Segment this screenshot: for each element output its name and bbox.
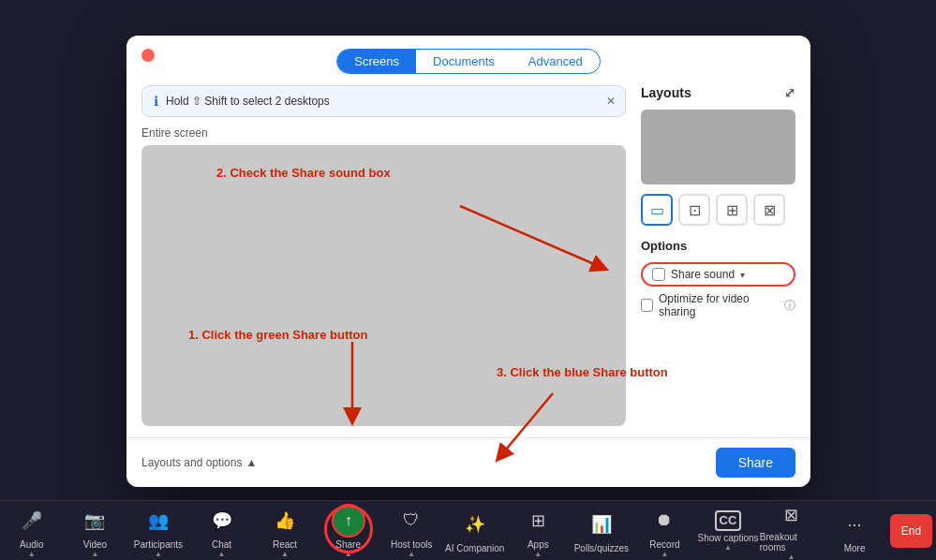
layout-speaker[interactable]: ⊠	[753, 194, 785, 226]
toolbar-label-audio: Audio	[20, 539, 44, 550]
layouts-options-link[interactable]: Layouts and options ▲	[141, 456, 257, 469]
toolbar-label-hosttools: Host tools	[391, 539, 432, 550]
toolbar-item-record[interactable]: ⏺ Record ▲	[633, 501, 697, 561]
tab-screens[interactable]: Screens	[337, 50, 416, 73]
share-modal: Screens Documents Advanced ℹ Hold ⇧ Shif…	[126, 36, 810, 487]
toolbar-item-more[interactable]: ··· More	[823, 501, 886, 561]
layout-preview	[641, 110, 795, 184]
toolbar-label-chat: Chat	[212, 539, 231, 550]
chat-icon: 💬	[205, 504, 239, 538]
toolbar-item-hosttools[interactable]: 🛡 Host tools ▲	[379, 501, 443, 561]
toolbar-item-apps[interactable]: ⊞ Apps ▲	[507, 501, 571, 561]
screen-label: Entire screen	[141, 126, 626, 140]
tab-advanced[interactable]: Advanced	[512, 50, 600, 73]
layout-single[interactable]: ▭	[641, 194, 673, 226]
audio-icon: 🎤	[15, 504, 49, 538]
optimize-video-checkbox[interactable]	[641, 299, 653, 312]
layout-icons: ▭ ⊡ ⊞ ⊠	[641, 194, 795, 226]
share-caret: ▲	[345, 550, 352, 558]
layouts-label: Layouts	[641, 85, 691, 100]
toolbar-item-participants[interactable]: 👥 Participants ▲	[126, 501, 190, 561]
share-sound-label: Share sound	[671, 268, 735, 281]
toolbar-label-breakout: Breakout rooms	[760, 532, 824, 553]
share-sound-row[interactable]: Share sound ▾	[641, 262, 795, 287]
tab-documents[interactable]: Documents	[416, 50, 512, 73]
modal-footer: Layouts and options ▲ Share	[126, 437, 810, 487]
annotation-3-text: 3. Click the blue Share button	[497, 365, 668, 379]
hosttools-icon: 🛡	[394, 504, 428, 538]
optimize-video-label: Optimize for video sharing	[659, 292, 779, 318]
expand-icon[interactable]: ⤢	[784, 85, 795, 100]
tab-group: Screens Documents Advanced	[336, 49, 600, 74]
record-icon: ⏺	[647, 504, 681, 538]
toolbar-label-aicompanion: AI Companion	[445, 543, 504, 553]
modal-body: ℹ Hold ⇧ Shift to select 2 desktops ✕ En…	[126, 74, 810, 437]
participants-caret: ▲	[155, 550, 162, 558]
toolbar-item-breakout[interactable]: ⊠ Breakout rooms ▲	[760, 501, 824, 561]
layouts-options-caret: ▲	[245, 456, 257, 469]
svg-line-1	[460, 206, 601, 267]
apps-caret: ▲	[534, 550, 542, 558]
apps-icon: ⊞	[521, 504, 555, 538]
share-sound-container: Share sound ▾	[641, 262, 795, 287]
breakout-caret: ▲	[788, 553, 795, 561]
layout-side[interactable]: ⊡	[678, 194, 710, 226]
annotation-1-text: 1. Click the green Share button	[188, 328, 367, 342]
audio-caret: ▲	[28, 550, 36, 558]
options-label: Options	[641, 239, 795, 253]
info-close[interactable]: ✕	[606, 95, 616, 108]
layouts-options-label: Layouts and options	[141, 456, 242, 469]
modal-close-button[interactable]	[141, 49, 155, 62]
info-bar: ℹ Hold ⇧ Shift to select 2 desktops ✕	[141, 85, 626, 117]
end-button[interactable]: End	[890, 514, 932, 548]
toolbar-item-aicompanion[interactable]: ✨ AI Companion	[443, 501, 507, 561]
polls-icon: 📊	[585, 508, 618, 541]
annotation-2-arrow	[141, 145, 626, 426]
toolbar-item-polls[interactable]: 📊 Polls/quizzes	[570, 501, 633, 561]
video-caret: ▲	[91, 550, 98, 558]
more-icon: ···	[838, 508, 871, 541]
react-icon: 👍	[268, 504, 302, 538]
video-icon: 📷	[78, 504, 111, 538]
layouts-header: Layouts ⤢	[641, 85, 795, 100]
toolbar-item-video[interactable]: 📷 Video ▲	[64, 501, 127, 561]
toolbar-label-video: Video	[83, 539, 107, 550]
options-group: Share sound ▾ Optimize for video sharing…	[641, 262, 795, 318]
chat-caret: ▲	[218, 550, 226, 558]
toolbar-label-record: Record	[649, 539, 679, 550]
toolbar-label-react: React	[273, 539, 297, 550]
toolbar-label-more: More	[844, 543, 866, 553]
share-button[interactable]: Share	[716, 448, 795, 478]
bottom-toolbar: 🎤 Audio ▲ 📷 Video ▲ 👥 Participants ▲ 💬 C…	[0, 500, 936, 560]
annotation-1-arrow	[141, 145, 626, 426]
captions-icon: CC	[715, 510, 741, 531]
toolbar-label-participants: Participants	[134, 539, 183, 550]
layout-grid[interactable]: ⊞	[716, 194, 748, 226]
react-caret: ▲	[281, 550, 289, 558]
info-icon: ℹ	[154, 94, 158, 109]
toolbar-label-captions: Show captions	[697, 533, 758, 543]
toolbar-item-react[interactable]: 👍 React ▲	[253, 501, 317, 561]
breakout-icon: ⊠	[775, 501, 809, 530]
toolbar-item-share[interactable]: ↑ Share ▲	[317, 501, 380, 561]
toolbar-item-captions[interactable]: CC Show captions ▲	[696, 501, 760, 561]
share-sound-checkbox[interactable]	[652, 268, 665, 281]
screen-preview[interactable]: 2. Check the Share sound box 1. Click th…	[141, 145, 626, 426]
share-icon: ↑	[332, 504, 365, 538]
modal-header: Screens Documents Advanced	[126, 36, 810, 74]
hosttools-caret: ▲	[408, 550, 415, 558]
share-sound-caret[interactable]: ▾	[740, 270, 745, 280]
toolbar-item-audio[interactable]: 🎤 Audio ▲	[0, 501, 64, 561]
optimize-video-row: Optimize for video sharing ⓘ	[641, 292, 795, 318]
toolbar-label-polls: Polls/quizzes	[574, 543, 629, 553]
record-caret: ▲	[661, 550, 668, 558]
captions-caret: ▲	[724, 543, 732, 552]
info-text: Hold ⇧ Shift to select 2 desktops	[166, 95, 330, 108]
toolbar-label-apps: Apps	[527, 539, 549, 550]
participants-icon: 👥	[141, 504, 175, 538]
aicompanion-icon: ✨	[458, 508, 492, 541]
optimize-video-info[interactable]: ⓘ	[784, 298, 795, 314]
annotation-2-text: 2. Check the Share sound box	[216, 166, 391, 180]
toolbar-label-share: Share	[335, 539, 361, 550]
toolbar-item-chat[interactable]: 💬 Chat ▲	[190, 501, 254, 561]
